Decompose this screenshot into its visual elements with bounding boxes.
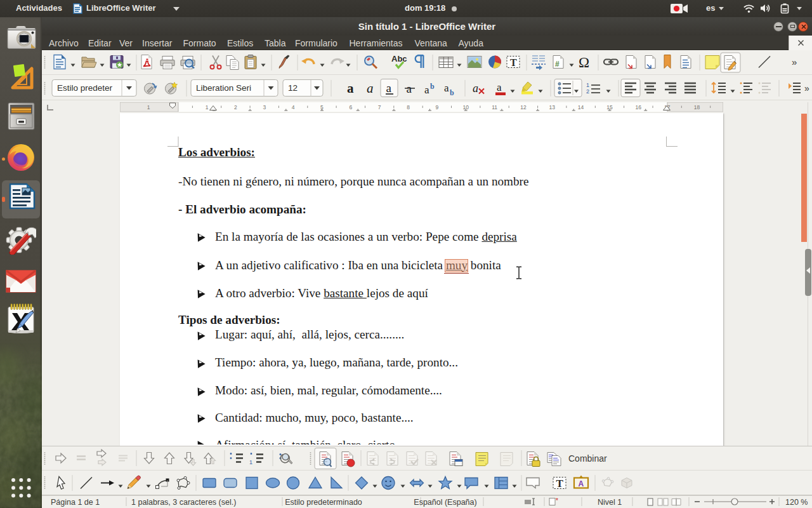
svg-text:12: 12 <box>520 104 527 110</box>
svg-text:b: b <box>430 82 435 91</box>
svg-text:#: # <box>555 60 560 69</box>
svg-text:T: T <box>510 57 517 68</box>
svg-text:Español (España): Español (España) <box>414 498 476 507</box>
svg-text:Combinar: Combinar <box>568 453 607 464</box>
svg-text:11: 11 <box>492 104 497 110</box>
svg-text:a: a <box>444 82 449 94</box>
svg-text:T: T <box>556 478 564 490</box>
svg-text:2: 2 <box>234 104 237 110</box>
svg-text:a: a <box>347 81 354 96</box>
svg-text:4: 4 <box>292 104 295 110</box>
svg-text:»: » <box>792 57 797 67</box>
svg-text:13: 13 <box>549 104 556 110</box>
svg-text:a: a <box>473 82 478 95</box>
svg-text:1: 1 <box>249 459 252 465</box>
svg-text:Página 1 de 1: Página 1 de 1 <box>51 498 100 507</box>
svg-text:Estilo predeter: Estilo predeter <box>57 83 113 93</box>
svg-text:1: 1 <box>206 104 209 110</box>
svg-text:9: 9 <box>436 104 439 110</box>
svg-text:Ω: Ω <box>579 55 589 70</box>
svg-text:2: 2 <box>586 88 589 95</box>
svg-text:a: a <box>424 84 429 96</box>
svg-text:b: b <box>450 88 454 97</box>
svg-text:*: * <box>556 497 558 504</box>
svg-text:18: 18 <box>694 104 700 110</box>
svg-text:1: 1 <box>586 82 589 88</box>
svg-text:8: 8 <box>407 104 410 110</box>
svg-text:a: a <box>497 81 502 93</box>
svg-text:120 %: 120 % <box>785 498 808 507</box>
svg-text:Abc: Abc <box>391 54 407 64</box>
svg-text:Nivel 1: Nivel 1 <box>598 498 622 507</box>
svg-text:1 palabras, 3 caracteres (sel.: 1 palabras, 3 caracteres (sel.) <box>131 498 236 507</box>
svg-text:Liberation Seri: Liberation Seri <box>196 83 251 93</box>
svg-text:Estilo predeterminado: Estilo predeterminado <box>285 498 362 507</box>
svg-text:3: 3 <box>263 104 266 110</box>
svg-text:a: a <box>386 81 392 95</box>
svg-text:1: 1 <box>147 104 150 110</box>
svg-text:14: 14 <box>578 104 584 110</box>
svg-text:16: 16 <box>636 104 642 110</box>
svg-text:7: 7 <box>378 104 381 110</box>
svg-text:12: 12 <box>288 83 298 93</box>
svg-text:A: A <box>579 479 584 488</box>
svg-text:a: a <box>367 81 374 96</box>
svg-text:»: » <box>804 83 809 93</box>
svg-text:6: 6 <box>349 104 352 110</box>
